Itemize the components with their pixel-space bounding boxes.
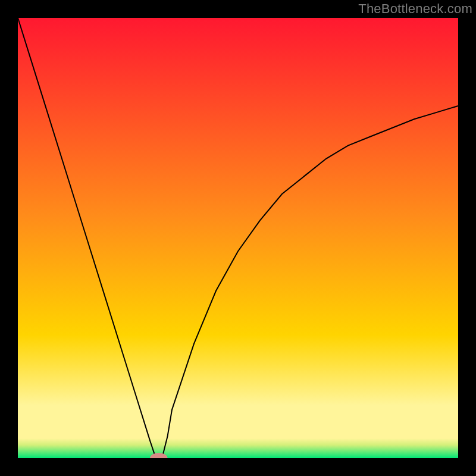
watermark-text: TheBottleneck.com xyxy=(358,1,472,17)
bottleneck-chart xyxy=(18,18,458,458)
chart-frame: TheBottleneck.com xyxy=(0,0,476,476)
gradient-background xyxy=(18,18,458,458)
